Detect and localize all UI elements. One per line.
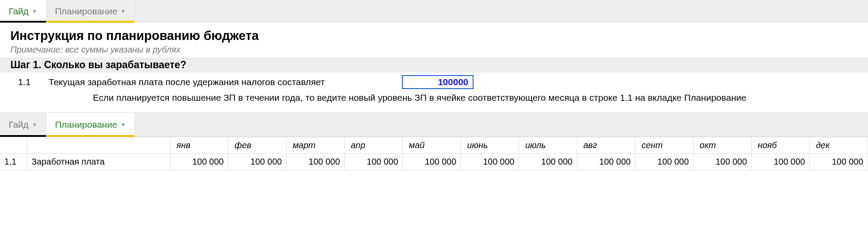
bottom-tabbar: Гайд ▼ Планирование ▼ <box>0 112 868 137</box>
caret-down-icon: ▼ <box>32 8 37 14</box>
header-blank-1 <box>0 137 27 154</box>
value-cell[interactable]: 100 000 <box>228 154 286 170</box>
month-header: нояб <box>752 137 810 154</box>
planning-table-header-row: янв фев март апр май июнь июль авг сент … <box>0 137 868 154</box>
month-header: март <box>286 137 345 154</box>
value-cell[interactable]: 100 000 <box>694 154 752 170</box>
tab-planning-top-label: Планирование <box>55 6 117 17</box>
month-header: июль <box>519 137 577 154</box>
month-header: апр <box>345 137 403 154</box>
tab-planning-bottom[interactable]: Планирование ▼ <box>46 113 135 136</box>
tab-guide-bottom[interactable]: Гайд ▼ <box>0 113 46 136</box>
value-cell[interactable]: 100 000 <box>170 154 228 170</box>
row-1-1-number: 1.1 <box>10 77 38 87</box>
value-cell[interactable]: 100 000 <box>461 154 519 170</box>
salary-input[interactable] <box>402 75 473 89</box>
month-header: окт <box>694 137 752 154</box>
month-header: сент <box>635 137 694 154</box>
month-header: янв <box>170 137 228 154</box>
row-1-1-hint: Если планируется повышение ЗП в течении … <box>10 90 774 104</box>
tab-guide-bottom-label: Гайд <box>9 119 29 130</box>
tab-active-underline <box>0 21 46 23</box>
tab-planning-top[interactable]: Планирование ▼ <box>46 0 135 22</box>
row-1-1-text: Текущая заработная плата после удержания… <box>49 77 391 87</box>
month-header: дек <box>809 137 868 154</box>
value-cell[interactable]: 100 000 <box>403 154 461 170</box>
row-number-cell: 1.1 <box>0 154 27 170</box>
row-label-cell: Заработная плата <box>27 154 170 170</box>
month-header: май <box>403 137 461 154</box>
row-1-1: 1.1 Текущая заработная плата после удерж… <box>10 73 858 90</box>
tab-planning-bottom-label: Планирование <box>55 119 117 130</box>
guide-content: Инструкция по планированию бюджета Приме… <box>0 23 868 110</box>
tab-inactive-underline <box>0 135 46 137</box>
month-header: авг <box>577 137 635 154</box>
tab-active-underline <box>46 135 135 137</box>
caret-down-icon: ▼ <box>32 122 37 128</box>
top-tabbar: Гайд ▼ Планирование ▼ <box>0 0 868 23</box>
header-blank-2 <box>27 137 170 154</box>
caret-down-icon: ▼ <box>121 122 126 128</box>
step-1-header: Шаг 1. Сколько вы зарабатываете? <box>0 57 868 73</box>
month-header: фев <box>228 137 286 154</box>
table-row: 1.1 Заработная плата 100 000 100 000 100… <box>0 154 868 170</box>
caret-down-icon: ▼ <box>121 8 126 14</box>
page-title: Инструкция по планированию бюджета <box>10 29 858 43</box>
value-cell[interactable]: 100 000 <box>286 154 345 170</box>
page-note: Примечание: все суммы указаны в рублях <box>10 45 858 55</box>
value-cell[interactable]: 100 000 <box>635 154 694 170</box>
value-cell[interactable]: 100 000 <box>519 154 577 170</box>
value-cell[interactable]: 100 000 <box>577 154 635 170</box>
value-cell[interactable]: 100 000 <box>809 154 868 170</box>
tab-guide-top-label: Гайд <box>9 6 29 17</box>
planning-table: янв фев март апр май июнь июль авг сент … <box>0 137 868 170</box>
month-header: июнь <box>461 137 519 154</box>
tab-guide-top[interactable]: Гайд ▼ <box>0 0 46 22</box>
value-cell[interactable]: 100 000 <box>752 154 810 170</box>
tab-inactive-underline <box>46 21 135 23</box>
value-cell[interactable]: 100 000 <box>345 154 403 170</box>
